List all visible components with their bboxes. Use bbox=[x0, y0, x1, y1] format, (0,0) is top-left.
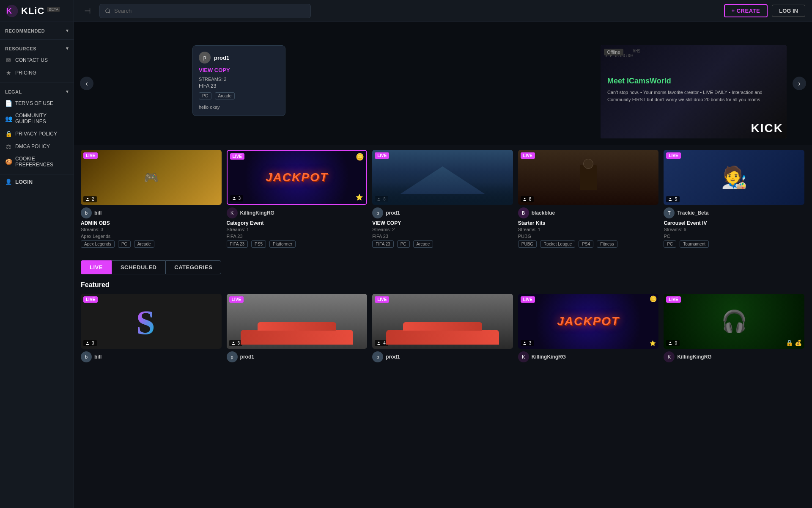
car-body bbox=[241, 330, 353, 345]
logo-area[interactable]: K KLiC BETA bbox=[0, 0, 74, 22]
stream-thumbnail[interactable]: LIVE 5 🧑‍🎨 bbox=[664, 150, 804, 205]
sidebar-login[interactable]: 👤 LOGIN bbox=[0, 174, 74, 189]
hero-nav-left-button[interactable]: ‹ bbox=[80, 77, 93, 90]
svg-text:S: S bbox=[136, 304, 155, 340]
viewers-icon bbox=[86, 341, 90, 345]
stream-username: prod1 bbox=[240, 354, 254, 360]
live-badge: LIVE bbox=[666, 296, 680, 303]
resources-header[interactable]: RESOURCES ▾ bbox=[0, 43, 74, 54]
hero-nav-right-button[interactable]: › bbox=[793, 77, 806, 90]
stream-thumbnail[interactable]: LIVE 8 bbox=[518, 150, 659, 205]
stream-avatar: B bbox=[518, 207, 529, 218]
tab-live[interactable]: LIVE bbox=[81, 260, 112, 274]
sidebar-item-dmca[interactable]: ⚖ DMCA POLICY bbox=[0, 140, 74, 153]
stream-tags: PC Tournament bbox=[664, 240, 804, 249]
stream-info: p prod1 VIEW COPY Streams: 2 FIFA 23 FIF… bbox=[372, 205, 513, 252]
tag[interactable]: Arcade bbox=[134, 240, 154, 248]
sidebar-item-pricing[interactable]: ★ PRICING bbox=[0, 66, 74, 79]
stream-title: Starter Kits bbox=[518, 220, 659, 226]
search-bar[interactable] bbox=[99, 4, 311, 18]
coin-decoration: 🪙 bbox=[356, 153, 364, 161]
tag[interactable]: Arcade bbox=[413, 240, 433, 248]
stream-info: b bill ADMIN OBS Streams: 3 Apex Legends… bbox=[81, 205, 222, 252]
stream-user-row: p prod1 bbox=[227, 351, 368, 362]
tag[interactable]: FIFA 23 bbox=[372, 240, 393, 248]
stream-title: ADMIN OBS bbox=[81, 220, 222, 226]
collapse-sidebar-button[interactable]: ⊣ bbox=[81, 4, 94, 18]
sidebar-item-cookie[interactable]: 🍪 COOKIE PREFERENCES bbox=[0, 153, 74, 171]
popup-streams: STREAMS: 2 bbox=[199, 77, 279, 82]
live-badge: LIVE bbox=[521, 152, 535, 159]
stream-username: KillingKingRG bbox=[677, 354, 711, 360]
tag-arcade[interactable]: Arcade bbox=[215, 92, 235, 99]
featured-card: LIVE 3 p bbox=[227, 294, 368, 367]
featured-row: LIVE 3 bbox=[81, 294, 805, 367]
viewers-icon bbox=[232, 341, 236, 345]
sidebar-item-privacy[interactable]: 🔒 PRIVACY POLICY bbox=[0, 127, 74, 140]
tab-categories[interactable]: CATEGORIES bbox=[165, 260, 221, 274]
car-bg2 bbox=[372, 294, 513, 349]
sidebar-item-contact-us[interactable]: ✉ CONTACT US bbox=[0, 54, 74, 66]
dark-figure bbox=[518, 150, 659, 205]
stream-title: Category Event bbox=[227, 220, 368, 226]
stream-info: p prod1 bbox=[227, 349, 368, 367]
tag[interactable]: Rocket League bbox=[540, 240, 575, 248]
view-copy-button[interactable]: VIEW COPY bbox=[199, 67, 279, 73]
bottom-padding bbox=[81, 367, 805, 384]
star-2: ⭐ bbox=[650, 340, 656, 346]
stream-tags: Apex Legends PC Arcade bbox=[81, 240, 222, 249]
tag[interactable]: Fitness bbox=[597, 240, 617, 248]
tag-pc[interactable]: PC bbox=[199, 92, 211, 99]
featured-thumbnail[interactable]: LIVE 4 bbox=[372, 294, 513, 349]
sidebar-item-terms[interactable]: 📄 TERMS OF USE bbox=[0, 97, 74, 110]
stream-thumbnail[interactable]: LIVE 8 bbox=[372, 150, 513, 205]
stream-user-row: K KillingKingRG bbox=[664, 351, 804, 362]
search-input[interactable] bbox=[114, 8, 305, 14]
recommended-header[interactable]: RECOMMENDED ▾ bbox=[0, 25, 74, 36]
stream-thumbnail[interactable]: LIVE JACKPOT 🪙 ⭐ 3 bbox=[227, 150, 368, 205]
stream-info: T Trackie_Beta Carousel Event IV Streams… bbox=[664, 205, 804, 252]
coin-2: 🪙 bbox=[650, 295, 657, 302]
topbar-right: + CREATE LOG IN bbox=[724, 4, 805, 17]
featured-thumbnail[interactable]: LIVE 3 bbox=[81, 294, 222, 349]
stream-thumbnail[interactable]: 🎮 LIVE 2 bbox=[81, 150, 222, 205]
tag[interactable]: PUBG bbox=[518, 240, 537, 248]
stream-user-row: K KillingKingRG bbox=[518, 351, 659, 362]
stream-card: 🎮 LIVE 2 b bill ADMIN OBS Streams: 3 Ape… bbox=[81, 150, 222, 252]
popup-game: FIFA 23 bbox=[199, 83, 279, 89]
stream-avatar: b bbox=[81, 351, 92, 362]
tag[interactable]: Tournament bbox=[680, 240, 709, 248]
featured-thumbnail[interactable]: LIVE 0 🎧 🔒 💰 bbox=[664, 294, 804, 349]
viewers-icon bbox=[233, 196, 237, 201]
viewer-count: 8 bbox=[521, 196, 534, 202]
popup-tags: PC Arcade bbox=[199, 92, 279, 101]
tag[interactable]: PS5 bbox=[251, 240, 266, 248]
stream-user-row: p prod1 bbox=[372, 351, 513, 362]
tab-scheduled[interactable]: SCHEDULED bbox=[112, 260, 165, 274]
chevron-down-icon: ▾ bbox=[66, 89, 69, 94]
login-button[interactable]: LOG IN bbox=[772, 5, 805, 17]
offline-badge: Offline bbox=[604, 49, 623, 55]
stream-card: LIVE 8 B blackblue bbox=[518, 150, 659, 252]
stream-overlay: Offline ▶ ── ── ── VHSSLP 0:00:00 Meet i… bbox=[601, 45, 787, 138]
tag[interactable]: PS4 bbox=[579, 240, 593, 248]
svg-point-6 bbox=[524, 198, 525, 199]
kick-channel-name: Meet iCamsWorld bbox=[607, 77, 780, 86]
star-icon: ★ bbox=[5, 69, 12, 76]
tag[interactable]: Apex Legends bbox=[81, 240, 115, 248]
featured-thumbnail[interactable]: LIVE 3 JACKPOT 🪙 ⭐ bbox=[518, 294, 659, 349]
viewers-icon bbox=[523, 341, 527, 345]
viewer-count: 2 bbox=[83, 196, 97, 202]
tag[interactable]: FIFA 23 bbox=[227, 240, 248, 248]
featured-thumbnail[interactable]: LIVE 3 bbox=[227, 294, 368, 349]
tag[interactable]: PC bbox=[397, 240, 410, 248]
stream-user-row: b bill bbox=[81, 351, 222, 362]
tag[interactable]: PC bbox=[118, 240, 131, 248]
sidebar-item-community[interactable]: 👥 COMMUNITY GUIDELINES bbox=[0, 110, 74, 127]
tag[interactable]: Platformer bbox=[269, 240, 296, 248]
create-button[interactable]: + CREATE bbox=[724, 4, 768, 17]
stream-game: PC bbox=[664, 234, 804, 239]
legal-header[interactable]: LEGAL ▾ bbox=[0, 86, 74, 97]
svg-point-3 bbox=[87, 198, 88, 199]
tag[interactable]: PC bbox=[664, 240, 676, 248]
